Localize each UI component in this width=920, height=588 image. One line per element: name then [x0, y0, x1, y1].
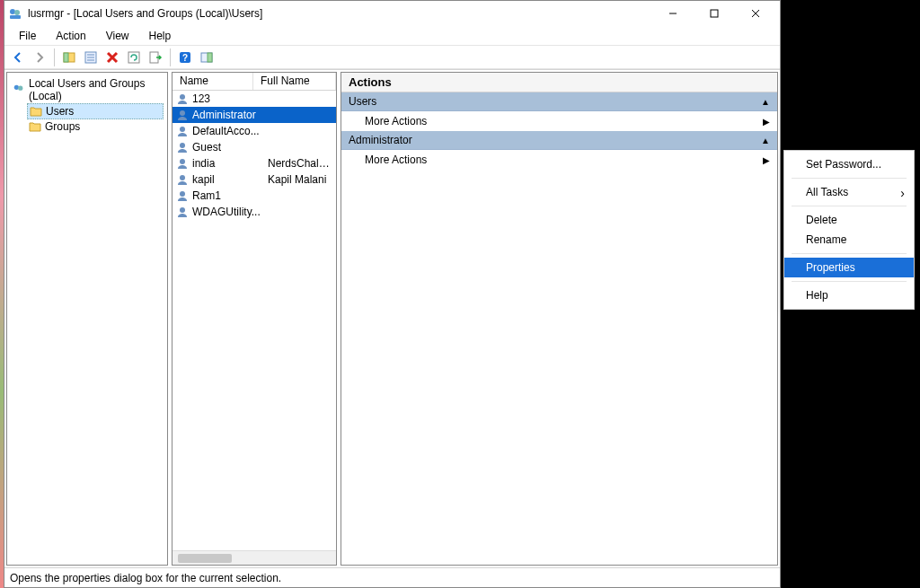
list-row[interactable]: 123	[172, 91, 336, 107]
actions-group-administrator[interactable]: Administrator ▲	[341, 131, 777, 150]
close-button[interactable]	[735, 1, 776, 26]
list-cell-fullname: Kapil Malani	[268, 173, 332, 186]
body-panes: Local Users and Groups (Local) Users Gro…	[4, 69, 780, 567]
svg-point-30	[180, 207, 185, 213]
menu-view[interactable]: View	[97, 28, 138, 44]
menu-help[interactable]: Help	[784, 285, 914, 305]
actions-more-users[interactable]: More Actions ▶	[341, 111, 777, 131]
user-icon	[176, 189, 189, 202]
forward-button[interactable]	[30, 48, 49, 67]
maximize-button[interactable]	[694, 1, 735, 26]
list-row[interactable]: indiaNerdsChalk ID	[172, 155, 336, 171]
folder-icon	[30, 106, 42, 117]
tree-pane: Local Users and Groups (Local) Users Gro…	[6, 72, 168, 566]
statusbar: Opens the properties dialog box for the …	[4, 567, 780, 587]
menu-separator	[792, 253, 907, 254]
actions-more-administrator[interactable]: More Actions ▶	[341, 150, 777, 170]
svg-point-26	[180, 143, 185, 148]
list-row[interactable]: Administrator	[172, 107, 336, 123]
export-button[interactable]	[146, 48, 165, 67]
window-title: lusrmgr - [Local Users and Groups (Local…	[28, 7, 262, 20]
column-full-name[interactable]: Full Name	[253, 73, 336, 90]
chevron-right-icon: ▶	[763, 117, 770, 127]
delete-button[interactable]	[102, 48, 122, 67]
context-menu: Set Password... All Tasks Delete Rename …	[783, 150, 915, 310]
actions-pane: Actions Users ▲ More Actions ▶ Administr…	[341, 72, 778, 566]
list-body: 123AdministratorDefaultAcco...Guestindia…	[172, 91, 336, 550]
svg-rect-4	[711, 10, 718, 17]
user-icon	[176, 157, 189, 170]
user-icon	[176, 92, 189, 105]
user-icon	[176, 125, 189, 137]
user-icon	[176, 173, 189, 186]
menubar: File Action View Help	[4, 26, 780, 46]
svg-point-29	[180, 191, 185, 197]
show-hide-tree-button[interactable]	[59, 48, 79, 67]
tree-node-groups[interactable]: Groups	[27, 119, 164, 134]
menu-separator	[792, 178, 907, 179]
menu-help[interactable]: Help	[140, 28, 181, 44]
refresh-button[interactable]	[124, 48, 144, 67]
tree-root-label: Local Users and Groups (Local)	[29, 77, 162, 102]
folder-icon	[29, 121, 41, 132]
back-button[interactable]	[8, 48, 28, 67]
svg-point-0	[10, 9, 15, 14]
minimize-button[interactable]	[652, 1, 694, 26]
menu-delete[interactable]: Delete	[784, 210, 914, 230]
tree-root[interactable]: Local Users and Groups (Local)	[11, 76, 164, 103]
menu-rename[interactable]: Rename	[784, 230, 914, 250]
list-cell-name: WDAGUtility...	[192, 206, 268, 218]
user-icon	[176, 109, 189, 121]
user-icon	[176, 141, 189, 154]
scroll-thumb[interactable]	[178, 554, 232, 563]
list-row[interactable]: kapilKapil Malani	[172, 171, 336, 188]
collapse-arrow-icon: ▲	[761, 97, 770, 107]
menu-properties[interactable]: Properties	[784, 258, 914, 277]
menu-separator	[792, 206, 907, 206]
list-cell-name: Administrator	[192, 109, 268, 121]
svg-point-21	[14, 84, 19, 89]
actions-more-label: More Actions	[365, 154, 427, 166]
show-hide-action-pane-button[interactable]	[197, 48, 217, 67]
svg-point-24	[180, 110, 185, 116]
list-cell-name: Ram1	[192, 189, 268, 202]
collapse-arrow-icon: ▲	[761, 136, 770, 145]
tree-groups-label: Groups	[45, 120, 80, 133]
menu-separator	[792, 281, 907, 282]
list-cell-name: india	[192, 157, 268, 170]
list-row[interactable]: Ram1	[172, 188, 336, 204]
list-cell-fullname: NerdsChalk ID	[268, 157, 332, 170]
svg-point-28	[180, 175, 185, 180]
list-cell-name: DefaultAcco...	[192, 125, 268, 137]
tree-users-label: Users	[46, 105, 74, 118]
help-button[interactable]: ?	[175, 48, 195, 67]
svg-rect-20	[208, 53, 212, 62]
list-row[interactable]: WDAGUtility...	[172, 204, 336, 220]
svg-point-23	[180, 94, 185, 100]
list-row[interactable]: DefaultAcco...	[172, 123, 336, 139]
menu-file[interactable]: File	[10, 28, 45, 44]
list-header: Name Full Name	[172, 73, 336, 91]
svg-point-25	[180, 127, 185, 132]
svg-text:?: ?	[182, 53, 188, 63]
status-text: Opens the properties dialog box for the …	[10, 572, 281, 584]
column-name[interactable]: Name	[172, 73, 253, 90]
lusrmgr-window: lusrmgr - [Local Users and Groups (Local…	[4, 0, 781, 588]
toolbar: ?	[4, 46, 780, 69]
horizontal-scrollbar[interactable]	[172, 550, 336, 565]
menu-action[interactable]: Action	[47, 28, 94, 44]
actions-group-users-label: Users	[349, 95, 376, 108]
list-cell-name: Guest	[192, 141, 268, 154]
svg-rect-8	[64, 53, 68, 62]
titlebar: lusrmgr - [Local Users and Groups (Local…	[4, 1, 780, 26]
svg-point-22	[18, 85, 22, 90]
properties-button[interactable]	[81, 48, 101, 67]
svg-point-27	[180, 159, 185, 164]
svg-rect-15	[128, 52, 139, 63]
tree-node-users[interactable]: Users	[27, 103, 164, 119]
menu-set-password[interactable]: Set Password...	[784, 154, 914, 174]
list-row[interactable]: Guest	[172, 139, 336, 155]
menu-all-tasks[interactable]: All Tasks	[784, 182, 914, 202]
actions-group-users[interactable]: Users ▲	[341, 92, 777, 111]
chevron-right-icon: ▶	[763, 155, 770, 165]
